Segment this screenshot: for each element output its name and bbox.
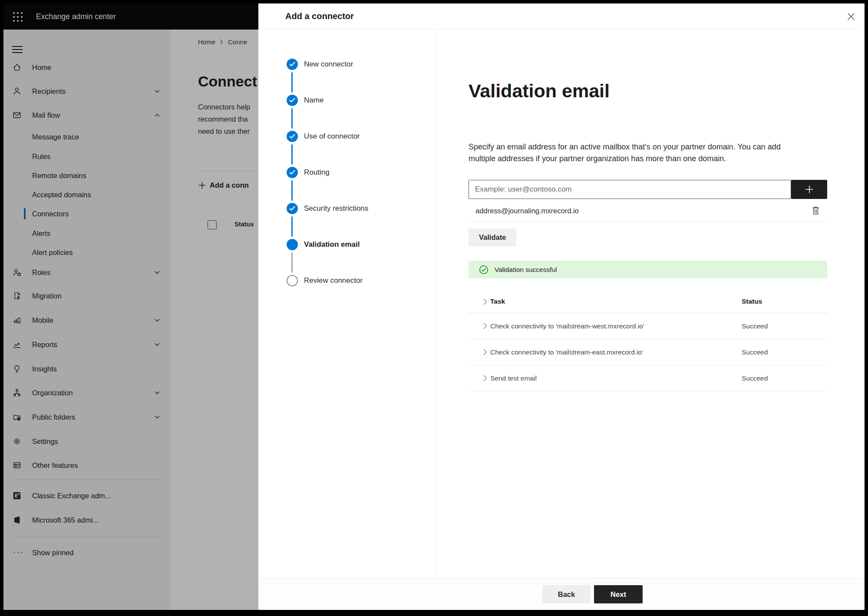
step-current-dot	[287, 239, 298, 250]
wizard-steps: New connector Name Use of connector Rout…	[258, 29, 436, 578]
step-name[interactable]: Name	[258, 95, 436, 131]
step-new-connector[interactable]: New connector	[258, 59, 436, 95]
validation-success-banner: Validation successful	[469, 261, 827, 278]
wizard-header: Add a connector	[258, 3, 865, 29]
plus-icon	[805, 185, 814, 194]
table-header-row: Task Status	[469, 290, 827, 313]
task-column-header: Task	[490, 298, 742, 305]
panel-title: Validation email	[469, 80, 610, 102]
panel-description: Specify an email address for an active m…	[469, 141, 807, 165]
step-check-icon	[287, 59, 298, 70]
trash-icon	[811, 205, 820, 215]
added-address: address@journaling.mxrecord.io	[475, 201, 579, 220]
step-check-icon	[287, 167, 298, 178]
address-divider	[469, 222, 827, 222]
banner-text: Validation successful	[495, 266, 557, 274]
add-connector-wizard: Add a connector New connector Name	[258, 3, 865, 610]
step-todo-dot	[287, 275, 298, 286]
step-use-of-connector[interactable]: Use of connector	[258, 131, 436, 167]
task-cell: Check connectivity to 'mailstream-east.m…	[490, 348, 742, 356]
exchange-admin-center-app: Exchange admin center Home Recipients Ma…	[3, 3, 865, 610]
expand-row-chevron[interactable]	[469, 349, 490, 355]
status-cell: Succeed	[742, 374, 827, 382]
close-button[interactable]	[844, 9, 858, 24]
email-input-row	[469, 180, 827, 199]
step-security-restrictions[interactable]: Security restrictions	[258, 203, 436, 239]
table-row: Send test email Succeed	[469, 365, 827, 391]
task-cell: Send test email	[490, 374, 742, 382]
step-check-icon	[287, 131, 298, 142]
status-column-header: Status	[742, 298, 827, 305]
wizard-footer: Back Next	[258, 578, 865, 610]
step-routing[interactable]: Routing	[258, 167, 436, 203]
step-validation-email[interactable]: Validation email	[258, 239, 436, 275]
success-check-icon	[479, 265, 488, 275]
back-button[interactable]: Back	[542, 585, 591, 603]
email-input[interactable]	[469, 180, 791, 199]
validate-button[interactable]: Validate	[469, 229, 516, 246]
expand-all-chevron[interactable]	[469, 298, 490, 305]
status-cell: Succeed	[742, 322, 827, 330]
expand-row-chevron[interactable]	[469, 375, 490, 381]
table-row: Check connectivity to 'mailstream-west.m…	[469, 313, 827, 339]
wizard-content: Validation email Specify an email addres…	[436, 29, 865, 578]
expand-row-chevron[interactable]	[469, 323, 490, 329]
next-button[interactable]: Next	[594, 585, 643, 603]
step-check-icon	[287, 203, 298, 214]
wizard-title: Add a connector	[285, 3, 354, 29]
add-address-button[interactable]	[791, 180, 827, 199]
task-cell: Check connectivity to 'mailstream-west.m…	[490, 322, 742, 330]
delete-address-button[interactable]	[809, 205, 822, 218]
step-review-connector[interactable]: Review connector	[258, 275, 436, 311]
table-row: Check connectivity to 'mailstream-east.m…	[469, 339, 827, 365]
status-cell: Succeed	[742, 348, 827, 356]
step-check-icon	[287, 95, 298, 106]
validation-task-table: Task Status Check connectivity to 'mails…	[469, 290, 827, 391]
added-address-row: address@journaling.mxrecord.io	[469, 201, 827, 220]
close-icon	[848, 13, 855, 20]
screenshot-stage: Exchange admin center Home Recipients Ma…	[0, 0, 868, 616]
